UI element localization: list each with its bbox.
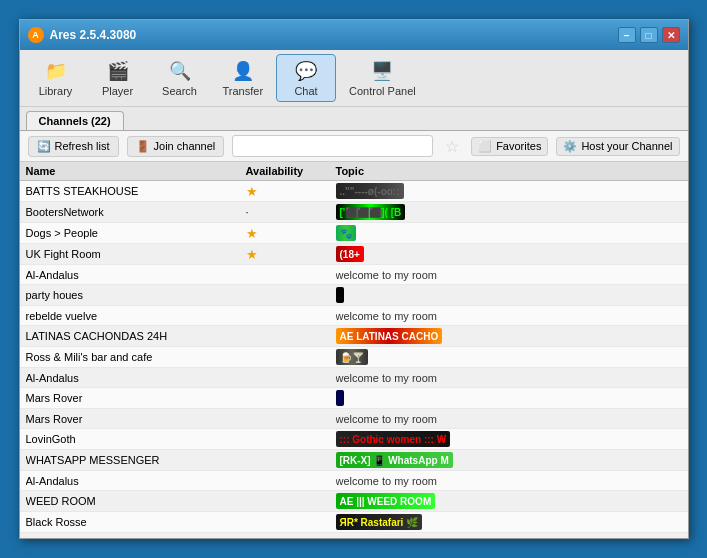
channel-topic: ..""----ø(-oo:: (336, 183, 682, 199)
search-icon: 🔍 (168, 59, 192, 83)
player-icon: 🎬 (106, 59, 130, 83)
table-row[interactable]: Mars Roverwelcome to my room (20, 409, 688, 429)
chat-icon: 💬 (294, 59, 318, 83)
toolbar-transfer[interactable]: 👤 Transfer (212, 54, 275, 102)
channel-name: party houes (26, 289, 246, 301)
channel-topic: (18+ (336, 246, 682, 262)
table-row[interactable]: LovinGoth::: Gothic women ::: W (20, 429, 688, 450)
channel-name: WHATSAPP MESSENGER (26, 454, 246, 466)
table-row[interactable]: UK Fight Room★(18+ (20, 244, 688, 265)
channel-name: Al-Andalus (26, 475, 246, 487)
channel-topic: welcome to my room (336, 475, 682, 487)
channel-name: Al-Andalus (26, 372, 246, 384)
table-row[interactable]: Ross & Mili's bar and cafe🍺🍸 (20, 347, 688, 368)
channel-availability: ★ (246, 226, 336, 241)
favorites-icon: ⬜ (478, 140, 492, 153)
channel-name: Al-Andalus (26, 269, 246, 281)
favorites-button[interactable]: ⬜ Favorites (471, 137, 548, 156)
table-row[interactable]: Dogs > People★🐾 (20, 223, 688, 244)
channel-topic: [RK-X] 📱 WhatsApp M (336, 452, 682, 468)
channel-topic: 🐾 (336, 225, 682, 241)
table-row[interactable]: Al-Andaluswelcome to my room (20, 265, 688, 285)
toolbar-player[interactable]: 🎬 Player (88, 54, 148, 102)
channel-name: BootersNetwork (26, 206, 246, 218)
channel-availability: ★ (246, 184, 336, 199)
table-row[interactable]: Mars Rover (20, 388, 688, 409)
table-row[interactable]: LATINAS CACHONDAS 24HAE LATINAS CACHO (20, 326, 688, 347)
refresh-icon: 🔄 (37, 140, 51, 153)
action-bar: 🔄 Refresh list 🚪 Join channel ☆ ⬜ Favori… (20, 131, 688, 162)
channel-topic: welcome to my room (336, 310, 682, 322)
table-row[interactable]: Happy Farm (20, 533, 688, 538)
channel-name: WEED ROOM (26, 495, 246, 507)
join-channel-button[interactable]: 🚪 Join channel (127, 136, 225, 157)
table-row[interactable]: party houes (20, 285, 688, 306)
window-controls: – □ ✕ (618, 27, 680, 43)
table-row[interactable]: Al-Andaluswelcome to my room (20, 471, 688, 491)
minimize-button[interactable]: – (618, 27, 636, 43)
table-row[interactable]: Black RosseЯR* Rastafari 🌿 (20, 512, 688, 533)
join-icon: 🚪 (136, 140, 150, 153)
channel-topic (336, 390, 682, 406)
channel-topic: welcome to my room (336, 372, 682, 384)
toolbar-chat[interactable]: 💬 Chat (276, 54, 336, 102)
table-row[interactable]: rebelde vuelvewelcome to my room (20, 306, 688, 326)
channel-topic: ::: Gothic women ::: W (336, 431, 682, 447)
availability-star: ★ (246, 247, 258, 262)
control-panel-icon: 🖥️ (370, 59, 394, 83)
table-header: Name Availability Topic (20, 162, 688, 181)
channels-tab[interactable]: Channels (22) (26, 111, 124, 130)
channel-topic: ['⬛⬛⬛]( [B (336, 204, 682, 220)
content-area: Name Availability Topic BATTS STEAKHOUSE… (20, 162, 688, 538)
chat-label: Chat (294, 85, 317, 97)
channel-search-input[interactable] (232, 135, 433, 157)
channel-name: LATINAS CACHONDAS 24H (26, 330, 246, 342)
toolbar: 📁 Library 🎬 Player 🔍 Search 👤 Transfer 💬… (20, 50, 688, 107)
availability-star: ★ (246, 184, 258, 199)
channel-name: Mars Rover (26, 413, 246, 425)
host-channel-button[interactable]: ⚙️ Host your Channel (556, 137, 679, 156)
channel-availability: · (246, 206, 336, 218)
channel-name: Ross & Mili's bar and cafe (26, 351, 246, 363)
table-row[interactable]: Al-Andaluswelcome to my room (20, 368, 688, 388)
table-row[interactable]: BootersNetwork·['⬛⬛⬛]( [B (20, 202, 688, 223)
toolbar-search[interactable]: 🔍 Search (150, 54, 210, 102)
channel-name: Black Rosse (26, 516, 246, 528)
table-body[interactable]: BATTS STEAKHOUSE★..""----ø(-oo::BootersN… (20, 181, 688, 538)
library-icon: 📁 (44, 59, 68, 83)
title-bar: A Ares 2.5.4.3080 – □ ✕ (20, 20, 688, 50)
header-availability: Availability (246, 165, 336, 177)
availability-star: ★ (246, 226, 258, 241)
search-label: Search (162, 85, 197, 97)
close-button[interactable]: ✕ (662, 27, 680, 43)
table-row[interactable]: WHATSAPP MESSENGER[RK-X] 📱 WhatsApp M (20, 450, 688, 471)
channel-name: rebelde vuelve (26, 310, 246, 322)
refresh-list-button[interactable]: 🔄 Refresh list (28, 136, 119, 157)
channel-topic: welcome to my room (336, 413, 682, 425)
toolbar-library[interactable]: 📁 Library (26, 54, 86, 102)
tab-bar: Channels (22) (20, 107, 688, 131)
window-title: Ares 2.5.4.3080 (50, 28, 618, 42)
channel-topic: ЯR* Rastafari 🌿 (336, 514, 682, 530)
transfer-icon: 👤 (231, 59, 255, 83)
channel-topic: welcome to my room (336, 269, 682, 281)
header-name: Name (26, 165, 246, 177)
channel-name: LovinGoth (26, 433, 246, 445)
channel-topic (336, 287, 682, 303)
channel-name: Mars Rover (26, 392, 246, 404)
table-row[interactable]: BATTS STEAKHOUSE★..""----ø(-oo:: (20, 181, 688, 202)
app-icon: A (28, 27, 44, 43)
header-topic: Topic (336, 165, 682, 177)
channel-availability: ★ (246, 247, 336, 262)
main-window: A Ares 2.5.4.3080 – □ ✕ 📁 Library 🎬 Play… (19, 19, 689, 539)
table-row[interactable]: WEED ROOMAE ||| WEED ROOM (20, 491, 688, 512)
toolbar-control-panel[interactable]: 🖥️ Control Panel (338, 54, 427, 102)
channel-topic: AE LATINAS CACHO (336, 328, 682, 344)
control-panel-label: Control Panel (349, 85, 416, 97)
channel-name: BATTS STEAKHOUSE (26, 185, 246, 197)
channel-name: Happy Farm (26, 537, 246, 539)
maximize-button[interactable]: □ (640, 27, 658, 43)
host-icon: ⚙️ (563, 140, 577, 153)
favorite-star-button[interactable]: ☆ (441, 135, 463, 157)
channel-name: UK Fight Room (26, 248, 246, 260)
